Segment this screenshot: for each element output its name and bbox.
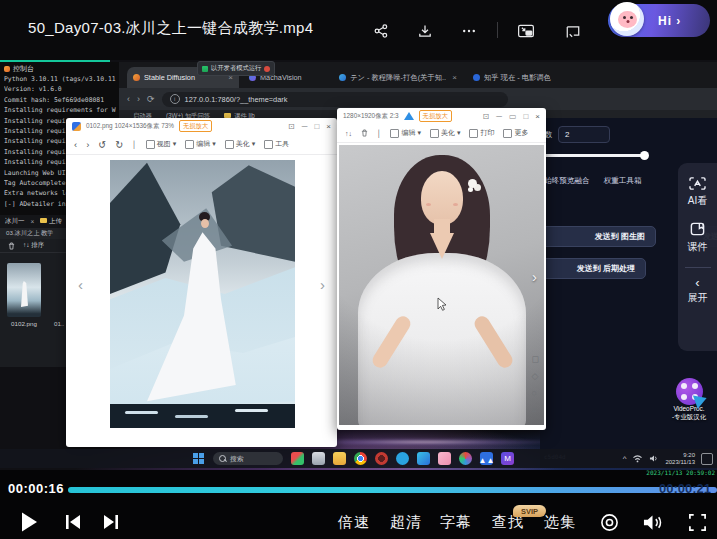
ambient-mode-button[interactable] — [596, 510, 622, 534]
viewer-side-tools: ◻ ◇ ○ ≡ — [532, 354, 539, 415]
chevron-left-icon: ‹ — [695, 278, 699, 288]
edit-menu[interactable]: 编辑 ▾ — [390, 128, 421, 138]
app-icon-capcut[interactable] — [291, 452, 304, 465]
playback-speed-button[interactable]: 倍速 — [338, 513, 370, 532]
enhance-button[interactable]: 无损放大 — [179, 120, 212, 132]
download-button[interactable] — [412, 20, 438, 42]
volume-button[interactable] — [638, 510, 666, 534]
video-frame[interactable]: Stable Diffusion × MachaVision テン - 教程降噪… — [0, 60, 717, 470]
taskbar-search[interactable]: 搜索 — [213, 452, 283, 465]
app-icon-folder[interactable] — [333, 452, 346, 465]
subtitles-button[interactable]: 字幕 — [440, 513, 472, 532]
next-photo-arrow[interactable]: › — [320, 276, 325, 293]
minimize-icon[interactable]: ─ — [496, 112, 502, 121]
url-input[interactable]: i 127.0.0.1:7860/?__theme=dark — [162, 92, 508, 107]
app-icon-music[interactable] — [375, 452, 388, 465]
header-divider — [497, 22, 498, 38]
share-button[interactable] — [368, 20, 394, 42]
send-to-img2img-button[interactable]: 发送到 图生图 — [528, 226, 656, 247]
quality-button[interactable]: 超清 — [390, 513, 422, 532]
maximize-icon[interactable]: □ — [523, 112, 528, 121]
explorer-tab-2[interactable]: 上传 — [40, 217, 62, 226]
episodes-button[interactable]: 选集 — [544, 513, 576, 532]
sort-button[interactable]: ↑↓ 排序 — [23, 241, 44, 250]
app-icon-explorer[interactable] — [312, 452, 325, 465]
trash-icon[interactable] — [361, 129, 368, 137]
wifi-icon[interactable] — [632, 454, 643, 463]
more-menu[interactable]: 更多 — [503, 128, 528, 138]
fit-icon[interactable]: ⊡ — [288, 122, 295, 131]
prev-photo-arrow[interactable]: ‹ — [78, 276, 83, 293]
quick-button-1[interactable]: 始终预览融合 — [544, 176, 590, 186]
tab-tutorial[interactable]: テン - 教程降噪-打色(关于知.. × — [333, 67, 463, 88]
close-icon[interactable]: × — [535, 112, 540, 121]
app-icon-qq[interactable] — [417, 452, 430, 465]
next-photo-arrow[interactable]: › — [532, 268, 537, 285]
ai-watch-button[interactable]: AI看 — [688, 176, 707, 208]
edit-menu[interactable]: 编辑 ▾ — [185, 139, 216, 149]
filter-icon[interactable]: ○ — [532, 388, 539, 398]
adjust-icon[interactable]: ◇ — [532, 371, 539, 381]
view-menu[interactable]: 视图 ▾ — [146, 139, 177, 149]
beautify-menu[interactable]: 美化 ▾ — [430, 128, 461, 138]
sort-icon[interactable]: ↑↓ — [345, 130, 352, 137]
app-icon-viewer[interactable]: M — [501, 452, 514, 465]
pin-icon[interactable]: ▭ — [509, 112, 517, 121]
tab-close-icon[interactable]: × — [452, 73, 457, 82]
explorer-tab[interactable]: 冰川一 — [5, 217, 25, 226]
maximize-icon[interactable]: □ — [314, 122, 319, 131]
crop-icon[interactable]: ◻ — [532, 354, 539, 364]
close-icon[interactable]: × — [326, 122, 331, 131]
viewer-toolbar: ‹ › ↺ ↻ │ 视图 ▾ 编辑 ▾ 美化 ▾ 工具 — [66, 134, 337, 155]
desktop-icon-videoproc[interactable]: VideoProc. -专业版汉化 — [668, 378, 710, 421]
next-episode-button[interactable] — [98, 510, 124, 534]
list-icon[interactable]: ≡ — [532, 405, 539, 415]
avatar-label: Hi › — [658, 14, 681, 28]
forward-icon[interactable]: › — [137, 94, 140, 104]
progress-bar[interactable] — [68, 487, 717, 493]
pip-button[interactable] — [513, 20, 539, 42]
file-thumbnail[interactable] — [7, 263, 41, 317]
beautify-menu[interactable]: 美化 ▾ — [225, 139, 256, 149]
batch-count-input[interactable]: 2 — [558, 126, 610, 143]
account-button[interactable]: Hi › — [608, 4, 710, 37]
cast-button[interactable] — [560, 20, 586, 42]
quick-button-2[interactable]: 权重工具箱 — [604, 176, 642, 186]
neckline-shape — [430, 233, 454, 259]
back-icon[interactable]: ‹ — [127, 94, 130, 104]
viewer-title-bar: 0102.png 1024×1536像素 73% 无损放大 ⊡ ─ □ × — [66, 118, 337, 134]
refresh-icon[interactable]: ⟳ — [147, 94, 155, 104]
terminal-tab[interactable]: 控制台 — [4, 64, 119, 74]
start-button[interactable] — [193, 453, 205, 465]
skip-previous-icon — [64, 513, 82, 531]
tab-zhihu[interactable]: 知乎 现在 - 电影调色 — [467, 67, 567, 88]
site-info-icon[interactable]: i — [170, 94, 180, 104]
tools-menu[interactable]: 工具 — [264, 139, 289, 149]
enhance-button[interactable]: 无损放大 — [419, 110, 452, 122]
rotate-right-icon[interactable]: ↻ — [115, 139, 123, 150]
expand-button[interactable]: ‹ 展开 — [688, 278, 708, 305]
tray-volume-icon[interactable] — [649, 454, 659, 463]
more-icon — [461, 23, 477, 39]
prev-image-icon[interactable]: ‹ — [74, 139, 77, 150]
play-button[interactable] — [15, 508, 43, 536]
app-icon-bilibili[interactable] — [438, 452, 451, 465]
courseware-button[interactable]: 课件 — [688, 221, 708, 254]
fullscreen-button[interactable] — [684, 510, 710, 534]
tray-expand-icon[interactable]: ^ — [623, 454, 627, 463]
notification-center-icon[interactable] — [701, 453, 713, 465]
more-button[interactable] — [456, 20, 482, 42]
print-menu[interactable]: 打印 — [469, 128, 494, 138]
taskbar-clock[interactable]: 9:20 2023/11/13 — [665, 452, 695, 466]
previous-episode-button[interactable] — [60, 510, 86, 534]
minimize-icon[interactable]: ─ — [302, 122, 308, 131]
app-icon-media[interactable] — [459, 452, 472, 465]
app-icon-pic2345[interactable]: ▲▲ — [480, 452, 493, 465]
tab-close-icon[interactable]: × — [31, 218, 35, 225]
fit-icon[interactable]: ⊡ — [483, 112, 490, 121]
trash-icon[interactable] — [8, 242, 15, 250]
next-image-icon[interactable]: › — [86, 139, 89, 150]
app-icon-chrome[interactable] — [354, 452, 367, 465]
app-icon-telegram[interactable] — [396, 452, 409, 465]
rotate-left-icon[interactable]: ↺ — [98, 139, 106, 150]
